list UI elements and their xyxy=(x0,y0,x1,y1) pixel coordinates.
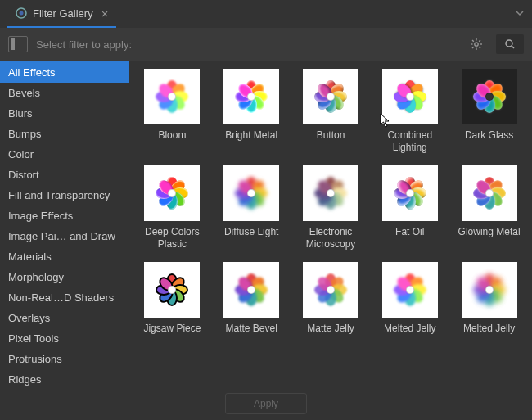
footer: Apply xyxy=(0,387,532,420)
filter-thumbnail xyxy=(144,262,200,318)
filter-label: Button xyxy=(317,129,345,142)
filter-label: Diffuse Light xyxy=(224,226,279,238)
filter-label: Matte Bevel xyxy=(226,323,277,335)
filter-thumbnail xyxy=(223,69,279,124)
sidebar-item-materials[interactable]: Materials xyxy=(0,246,129,267)
sidebar-item-bumps[interactable]: Bumps xyxy=(0,124,129,144)
tab-filter-gallery[interactable]: Filter Gallery × xyxy=(7,0,116,28)
chevron-down-icon[interactable] xyxy=(514,7,525,21)
sidebar-item-all-effects[interactable]: All Effects xyxy=(0,62,129,83)
filter-gallery-icon xyxy=(15,7,28,20)
filter-item-melted-jelly[interactable]: Melted Jelly xyxy=(451,262,527,335)
close-icon[interactable]: × xyxy=(101,7,109,20)
svg-line-10 xyxy=(479,40,480,42)
filter-thumbnail xyxy=(382,165,438,221)
filter-label: Bright Metal xyxy=(225,129,277,142)
filter-label: Jigsaw Piece xyxy=(143,323,201,335)
filter-label: Melted Jelly xyxy=(463,323,515,335)
filter-label: Fat Oil xyxy=(395,226,424,238)
filter-grid-area: BloomBright MetalButtonCombined Lighting… xyxy=(129,61,532,387)
filter-item-matte-bevel[interactable]: Matte Bevel xyxy=(214,262,290,335)
filter-label: Deep Colors Plastic xyxy=(138,226,205,251)
panel-toggle-button[interactable] xyxy=(8,36,28,52)
svg-line-9 xyxy=(472,47,474,48)
filter-thumbnail xyxy=(382,262,438,318)
svg-line-8 xyxy=(479,47,480,48)
sidebar-item-ridges[interactable]: Ridges xyxy=(0,369,129,387)
filter-label: Matte Jelly xyxy=(307,323,354,335)
sidebar: All EffectsBevelsBlursBumpsColorDistortF… xyxy=(0,61,129,387)
filter-thumbnail xyxy=(303,69,358,124)
filter-item-button[interactable]: Button xyxy=(293,69,369,154)
tab-title: Filter Gallery xyxy=(33,7,93,20)
filter-thumbnail xyxy=(303,262,358,318)
apply-button[interactable]: Apply xyxy=(225,393,307,414)
sidebar-item-protrusions[interactable]: Protrusions xyxy=(0,349,129,369)
filter-label: Melted Jelly xyxy=(384,323,435,335)
sidebar-item-blurs[interactable]: Blurs xyxy=(0,103,129,124)
filter-item-matte-jelly[interactable]: Matte Jelly xyxy=(293,262,369,335)
sidebar-item-fill-and-transparency[interactable]: Fill and Transparency xyxy=(0,185,129,205)
filter-thumbnail xyxy=(303,165,358,221)
gear-icon[interactable] xyxy=(465,34,488,54)
filter-thumbnail xyxy=(144,69,200,124)
filter-label: Bloom xyxy=(158,129,186,142)
svg-line-12 xyxy=(512,46,514,48)
search-icon xyxy=(504,38,516,50)
filter-item-bright-metal[interactable]: Bright Metal xyxy=(214,69,290,154)
sidebar-item-image-pai-and-draw[interactable]: Image Pai… and Draw xyxy=(0,226,129,246)
svg-line-7 xyxy=(472,40,474,42)
sidebar-item-bevels[interactable]: Bevels xyxy=(0,83,129,103)
filter-item-bloom[interactable]: Bloom xyxy=(134,69,210,154)
sidebar-item-pixel-tools[interactable]: Pixel Tools xyxy=(0,328,129,349)
filter-thumbnail xyxy=(382,69,438,124)
titlebar: Filter Gallery × xyxy=(0,0,532,28)
filter-item-jigsaw-piece[interactable]: Jigsaw Piece xyxy=(134,262,210,335)
filter-label: Combined Lighting xyxy=(376,129,444,154)
filter-item-glowing-metal[interactable]: Glowing Metal xyxy=(451,165,527,251)
filter-item-dark-glass[interactable]: Dark Glass xyxy=(451,69,527,154)
sidebar-item-overlays[interactable]: Overlays xyxy=(0,308,129,328)
filter-thumbnail xyxy=(223,262,279,318)
filter-thumbnail xyxy=(223,165,279,221)
search-button[interactable] xyxy=(496,34,524,54)
sidebar-item-non-real-d-shaders[interactable]: Non-Real…D Shaders xyxy=(0,287,129,308)
filter-item-fat-oil[interactable]: Fat Oil xyxy=(372,165,448,251)
toolbar-prompt: Select filter to apply: xyxy=(36,38,457,51)
sidebar-item-color[interactable]: Color xyxy=(0,144,129,165)
filter-thumbnail xyxy=(462,69,517,124)
filter-item-combined-lighting[interactable]: Combined Lighting xyxy=(372,69,448,154)
filter-label: Dark Glass xyxy=(465,129,513,142)
filter-thumbnail xyxy=(462,262,517,318)
toolbar: Select filter to apply: xyxy=(0,28,532,61)
filter-item-electronic-microscopy[interactable]: Electronic Microscopy xyxy=(293,165,369,251)
svg-point-11 xyxy=(506,40,512,47)
sidebar-item-distort[interactable]: Distort xyxy=(0,165,129,185)
filter-thumbnail xyxy=(462,165,517,221)
filter-label: Glowing Metal xyxy=(458,226,521,238)
filter-thumbnail xyxy=(144,165,200,221)
filter-label: Electronic Microscopy xyxy=(297,226,364,251)
sidebar-item-morphology[interactable]: Morphology xyxy=(0,267,129,287)
filter-item-diffuse-light[interactable]: Diffuse Light xyxy=(214,165,290,251)
svg-point-1 xyxy=(20,11,24,16)
svg-point-2 xyxy=(475,43,478,46)
filter-item-deep-colors-plastic[interactable]: Deep Colors Plastic xyxy=(134,165,210,251)
sidebar-item-image-effects[interactable]: Image Effects xyxy=(0,205,129,226)
filter-item-melted-jelly[interactable]: Melted Jelly xyxy=(372,262,448,335)
